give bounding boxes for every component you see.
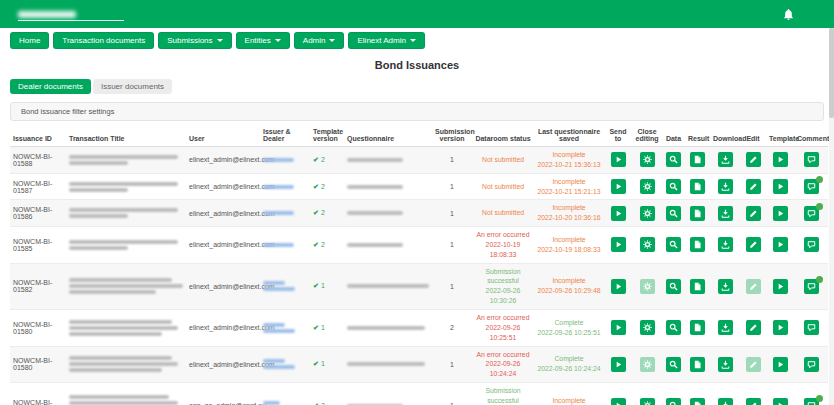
send-to-button[interactable] (611, 357, 626, 372)
result-button[interactable] (690, 206, 705, 221)
close-editing-button[interactable] (640, 152, 655, 167)
template-button[interactable] (773, 179, 788, 194)
comments-button[interactable] (804, 237, 819, 252)
template-button[interactable] (773, 206, 788, 221)
close-editing-button[interactable] (640, 179, 655, 194)
comments-button[interactable] (804, 398, 819, 405)
edit-button[interactable] (746, 320, 761, 335)
download-button[interactable] (718, 320, 733, 335)
data-button[interactable] (666, 206, 681, 221)
pencil-icon (749, 240, 758, 249)
data-button[interactable] (666, 152, 681, 167)
template-button[interactable] (773, 357, 788, 372)
filter-settings-panel[interactable]: Bond issuance filter settings (10, 102, 824, 121)
result-button[interactable] (690, 152, 705, 167)
comments-button[interactable] (804, 206, 819, 221)
result-button[interactable] (690, 320, 705, 335)
close-editing-button[interactable] (640, 320, 655, 335)
last-saved-cell: Incomplete2022-10-20 10:36:16 (534, 200, 604, 227)
download-button[interactable] (718, 237, 733, 252)
edit-button[interactable] (746, 152, 761, 167)
result-button[interactable] (690, 357, 705, 372)
download-icon (721, 240, 730, 249)
send-to-button[interactable] (611, 237, 626, 252)
comments-button[interactable] (804, 179, 819, 194)
issuer-dealer-cell[interactable] (260, 383, 310, 405)
close-editing-button[interactable] (640, 398, 655, 405)
redacted-text-bar (69, 332, 162, 336)
nav-item-elinext-admin[interactable]: Elinext Admin (348, 32, 424, 49)
unread-comment-dot (816, 203, 823, 210)
download-button[interactable] (718, 206, 733, 221)
template-button[interactable] (773, 398, 788, 405)
data-button[interactable] (666, 398, 681, 405)
redacted-text-bar (69, 208, 178, 212)
tab-issuer-documents[interactable]: Issuer documents (93, 79, 172, 94)
issuer-dealer-cell[interactable] (260, 173, 310, 200)
nav-item-home[interactable]: Home (10, 32, 49, 49)
download-button[interactable] (718, 398, 733, 405)
close-editing-button[interactable] (640, 237, 655, 252)
download-button[interactable] (718, 357, 733, 372)
checkmark-icon: ✔ (313, 241, 319, 248)
close-editing-cell (632, 227, 662, 264)
scrollbar[interactable] (829, 28, 834, 405)
send-to-button[interactable] (611, 398, 626, 405)
data-cell (662, 263, 685, 309)
result-button[interactable] (690, 398, 705, 405)
table-header-row: Issuance IDTransaction TitleUserIssuer &… (10, 125, 828, 147)
comments-button[interactable] (804, 152, 819, 167)
data-button[interactable] (666, 237, 681, 252)
download-button[interactable] (718, 152, 733, 167)
tab-dealer-documents[interactable]: Dealer documents (10, 79, 91, 94)
edit-button[interactable] (746, 398, 761, 405)
nav-item-admin[interactable]: Admin (294, 32, 345, 49)
send-to-cell (604, 383, 632, 405)
dataroom-status-text: An error occurred (475, 350, 531, 360)
close-editing-button[interactable] (640, 206, 655, 221)
nav-item-transaction-documents[interactable]: Transaction documents (53, 32, 154, 49)
download-button[interactable] (718, 279, 733, 294)
redacted-text-bar (347, 185, 403, 189)
send-to-button[interactable] (611, 152, 626, 167)
result-button[interactable] (690, 237, 705, 252)
nav-item-entities[interactable]: Entities (236, 32, 290, 49)
template-button[interactable] (773, 152, 788, 167)
download-button[interactable] (718, 179, 733, 194)
transaction-title-cell (66, 263, 186, 309)
comments-button[interactable] (804, 320, 819, 335)
issuer-dealer-cell[interactable] (260, 200, 310, 227)
send-to-button[interactable] (611, 179, 626, 194)
last-saved-date: 2022-10-19 18:08:33 (537, 245, 601, 255)
app-logo[interactable] (18, 7, 124, 21)
user-cell: elinext_admin@elinext.com (186, 309, 260, 346)
template-version-cell: ✔1 (310, 263, 344, 309)
bell-icon[interactable] (782, 8, 795, 21)
edit-button[interactable] (746, 206, 761, 221)
data-button[interactable] (666, 357, 681, 372)
last-saved-cell: Incomplete2022-09-12 17:46:24 (534, 383, 604, 405)
data-button[interactable] (666, 179, 681, 194)
issuer-dealer-cell[interactable] (260, 227, 310, 264)
result-button[interactable] (690, 179, 705, 194)
comments-button[interactable] (804, 357, 819, 372)
result-button[interactable] (690, 279, 705, 294)
nav-item-submissions[interactable]: Submissions (158, 32, 231, 49)
dataroom-status-cell: Not submitted (472, 200, 534, 227)
send-to-button[interactable] (611, 206, 626, 221)
unread-comment-dot (816, 176, 823, 183)
template-button[interactable] (773, 320, 788, 335)
data-button[interactable] (666, 279, 681, 294)
grid-menu-icon[interactable] (807, 8, 820, 21)
template-button[interactable] (773, 237, 788, 252)
edit-button[interactable] (746, 237, 761, 252)
scrollbar-thumb[interactable] (829, 28, 834, 118)
send-to-button[interactable] (611, 320, 626, 335)
comments-button[interactable] (804, 279, 819, 294)
send-to-button[interactable] (611, 279, 626, 294)
template-button[interactable] (773, 279, 788, 294)
data-button[interactable] (666, 320, 681, 335)
edit-button[interactable] (746, 179, 761, 194)
issuer-dealer-cell[interactable] (260, 147, 310, 174)
play-icon (776, 240, 785, 249)
